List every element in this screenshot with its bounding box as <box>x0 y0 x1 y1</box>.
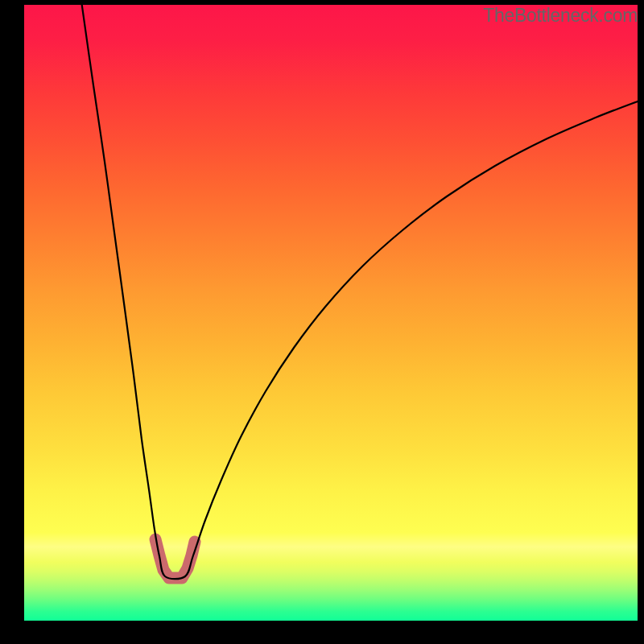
svg-rect-0 <box>24 5 638 621</box>
watermark-label: TheBottleneck.com <box>483 5 638 27</box>
plot-area <box>24 5 638 621</box>
heat-gradient-background <box>24 5 638 621</box>
